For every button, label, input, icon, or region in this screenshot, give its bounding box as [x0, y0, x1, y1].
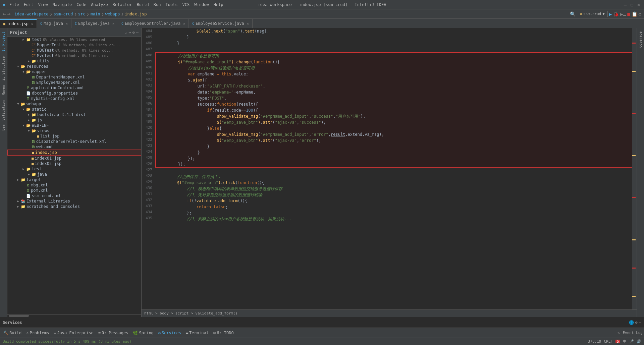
position-indicator[interactable]: 378:19 [588, 339, 601, 344]
vtab-bean-validation[interactable]: Bean Validation [1, 98, 6, 132]
tree-item-pomxml[interactable]: 🖹 pom.xml [7, 188, 141, 193]
menu-build[interactable]: Build [135, 2, 151, 8]
panel-settings-icon[interactable]: ⚙ [635, 320, 638, 325]
menu-file[interactable]: File [7, 2, 21, 8]
menu-window[interactable]: Window [192, 2, 211, 8]
tree-item-mybatis[interactable]: 🖹 mybatis-config.xml [7, 96, 141, 101]
menu-edit[interactable]: Edit [22, 2, 36, 8]
tree-item-test[interactable]: ▶ 📁 test 0% classes, 0% lines covered [7, 37, 141, 42]
sidebar-add-btn[interactable]: ☑ [125, 30, 127, 35]
lang-indicator[interactable]: 中 [623, 339, 627, 344]
menu-tools[interactable]: Tools [163, 2, 179, 8]
toolbar-todo-btn[interactable]: ☑ 6: TODO [211, 330, 236, 336]
event-log-icon[interactable]: ✎ [618, 331, 620, 335]
vtab-structure[interactable]: Z: Structure [1, 54, 6, 82]
tab-msg-java[interactable]: C Msg.java ✕ [37, 19, 71, 28]
toolbar-terminal-btn[interactable]: ▬ Terminal [184, 330, 211, 336]
menu-code[interactable]: Code [74, 2, 88, 8]
tree-item-mbgtest[interactable]: Cᵀ MBGTest 0% methods, 0% lines co... [7, 48, 141, 53]
tab-employee-service[interactable]: C EmployeeService.java ✕ [189, 19, 253, 28]
vtab-coverage[interactable]: Coverage [638, 30, 643, 50]
toolbar-build-btn[interactable]: 🔨 Build [1, 330, 23, 336]
menu-run[interactable]: Run [152, 2, 163, 8]
toolbar-messages-btn[interactable]: ≡ 0: Messages [96, 330, 130, 336]
tab-close-button[interactable]: ✕ [112, 22, 114, 25]
sidebar-settings-btn[interactable]: ⚙ [132, 30, 135, 35]
maximize-button[interactable]: ☐ [629, 2, 635, 7]
breadcrumb-file[interactable]: index.jsp [125, 12, 147, 16]
sidebar-collapse-btn[interactable]: ↔ [128, 30, 131, 35]
menu-navigate[interactable]: Navigate [51, 2, 74, 8]
tree-item-appcontext[interactable]: 🖹 applicationContext.xml [7, 85, 141, 91]
panel-globe-icon[interactable]: 🌐 [629, 320, 634, 325]
run-config-selector[interactable]: ⚙ ssm-crud ▼ [577, 11, 608, 17]
menu-vcs[interactable]: VCS [180, 2, 192, 8]
stop-button[interactable]: ■ [627, 11, 630, 17]
code-editor[interactable]: $(ele).next("span").text(msg); } } [155, 28, 632, 309]
back-button[interactable]: ← [3, 11, 6, 17]
tree-item-utils[interactable]: ▶ 📁 utils [7, 58, 141, 64]
tree-item-mapper-folder[interactable]: ▼ 📂 mapper [7, 69, 141, 74]
menu-analyze[interactable]: Analyze [89, 2, 110, 8]
tab-close-button[interactable]: ✕ [31, 22, 33, 26]
tree-item-java[interactable]: ▶ 📁 java [7, 172, 141, 177]
encoding-indicator[interactable]: CRLF [604, 339, 613, 344]
forward-button[interactable]: → [7, 11, 11, 17]
tree-item-index02[interactable]: ■ index02.jsp [7, 161, 141, 166]
tree-item-webapp[interactable]: ▼ 📂 webapp [7, 101, 141, 107]
tree-item-static[interactable]: ▼ 📂 static [7, 107, 141, 112]
vtab-maven[interactable]: Maven [1, 83, 6, 97]
minimize-button[interactable]: — [623, 2, 628, 7]
toolbar-problems-btn[interactable]: ⚠ Problems [24, 330, 51, 336]
tree-item-target[interactable]: ▶ 📁 target [7, 177, 141, 182]
tab-employee-controller[interactable]: C EmployeeController.java ✕ [118, 19, 189, 28]
tree-item-webxml[interactable]: 🖹 web.xml [7, 144, 141, 150]
breadcrumb-workspace[interactable]: idea-workspace [14, 12, 48, 16]
tree-item-mappertest[interactable]: Cᵀ MapperTest 0% methods, 0% lines co... [7, 42, 141, 48]
menu-help[interactable]: Help [212, 2, 225, 8]
toolbar-services-btn[interactable]: ⚙ Services [156, 330, 183, 336]
tree-item-dispatcher[interactable]: 🖹 dispatcherServlet-servlet.xml [7, 139, 141, 144]
sidebar-tree[interactable]: ▶ 📁 test 0% classes, 0% lines covered Cᵀ… [7, 37, 141, 314]
tree-item-views[interactable]: ▼ 📂 views [7, 128, 141, 133]
tree-item-resources[interactable]: ▼ 📂 resources [7, 64, 141, 69]
vtab-project[interactable]: 1: Project [1, 30, 6, 54]
tree-item-scratches[interactable]: ▶ 📁 Scratches and Consoles [7, 204, 141, 209]
breadcrumb-webapp[interactable]: webapp [105, 12, 120, 16]
sidebar-close-btn[interactable]: — [136, 30, 139, 35]
panel-minimize-icon[interactable]: — [639, 320, 641, 325]
tree-item-js[interactable]: ▶ 📁 js [7, 117, 141, 123]
tree-item-external-lib[interactable]: ▶ 📚 External Libraries [7, 198, 141, 204]
more-run-button[interactable]: ▶… [620, 11, 626, 17]
sidebar-scrollbar[interactable] [7, 314, 141, 317]
toolbar-javaee-btn[interactable]: ☕ Java Enterprise [52, 330, 96, 336]
toolbar-spring-btn[interactable]: 🌿 Spring [131, 330, 155, 336]
tree-item-indexjsp[interactable]: ■ index.jsp [7, 150, 141, 156]
run-button[interactable]: ▶ [609, 11, 612, 17]
tab-close-button[interactable]: ✕ [247, 22, 249, 25]
search-everywhere-icon[interactable]: 🔍 [570, 11, 576, 17]
tree-item-mbgxml[interactable]: 🖹 mbg.xml [7, 182, 141, 188]
breadcrumb-src[interactable]: src [78, 12, 86, 16]
tab-employee-java[interactable]: C Employee.java ✕ [71, 19, 118, 28]
tree-item-mvctest[interactable]: Cᵀ MvcTest 0% methods, 0% lines cov [7, 53, 141, 58]
code-container[interactable]: 484 485 486 487 488 489 490 491 492 493 … [142, 28, 637, 309]
breadcrumb-module[interactable]: ssm-crud [54, 12, 73, 16]
menu-refactor[interactable]: Refactor [111, 2, 134, 8]
tree-item-bootstrap[interactable]: ▶ 📁 bootstrap-3.4.1-dist [7, 112, 141, 117]
profile-button[interactable]: ⚙ [639, 11, 641, 17]
tab-close-button[interactable]: ✕ [183, 22, 185, 25]
tree-item-test2[interactable]: ▶ 📁 test [7, 166, 141, 172]
tree-item-index01[interactable]: ■ index01.jsp [7, 156, 141, 161]
tree-item-dbconfig[interactable]: 📄 dbconfig.properties [7, 91, 141, 96]
menu-view[interactable]: View [36, 2, 50, 8]
scrollbar-markers[interactable] [632, 28, 637, 309]
coverage-button[interactable]: 📋 [632, 11, 637, 17]
close-button[interactable]: ✕ [636, 2, 641, 7]
tree-item-listjsp[interactable]: ■ list.jsp [7, 133, 141, 139]
debug-button[interactable]: 🐞 [613, 11, 619, 17]
tab-close-button[interactable]: ✕ [66, 22, 68, 25]
tree-item-employeemapper[interactable]: 🖹 EmployeeMapper.xml [7, 80, 141, 85]
tree-item-iml[interactable]: 📄 ssm-crud.iml [7, 193, 141, 198]
breadcrumb-main[interactable]: main [91, 12, 100, 16]
